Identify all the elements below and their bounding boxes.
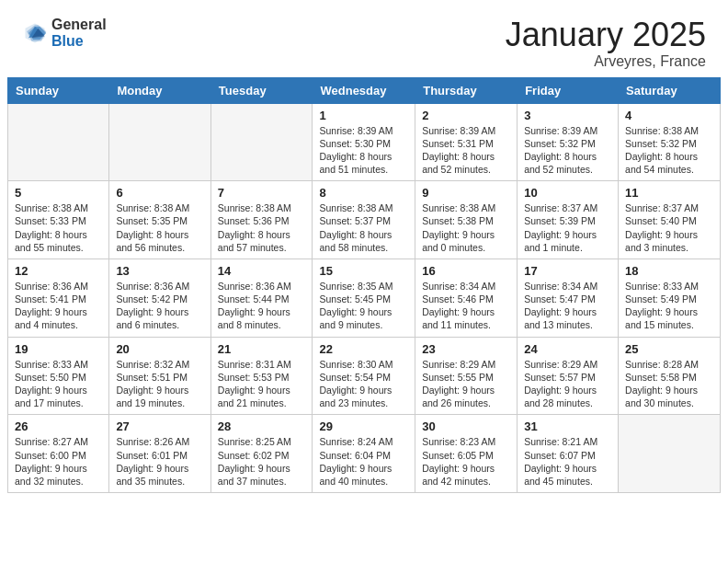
calendar-day-header: Tuesday: [210, 77, 313, 103]
day-number: 22: [319, 342, 408, 356]
header: General Blue January 2025 Arveyres, Fran…: [0, 0, 728, 77]
calendar-day-header: Saturday: [619, 77, 721, 103]
day-number: 24: [524, 342, 611, 356]
day-info: Sunrise: 8:23 AM Sunset: 6:05 PM Dayligh…: [422, 435, 510, 488]
day-info: Sunrise: 8:38 AM Sunset: 5:36 PM Dayligh…: [218, 201, 306, 254]
day-number: 12: [15, 264, 102, 278]
day-number: 2: [422, 109, 510, 122]
calendar-day-header: Friday: [518, 77, 619, 103]
day-info: Sunrise: 8:39 AM Sunset: 5:31 PM Dayligh…: [422, 124, 510, 177]
day-info: Sunrise: 8:36 AM Sunset: 5:42 PM Dayligh…: [116, 280, 203, 332]
calendar-day-cell: 16Sunrise: 8:34 AM Sunset: 5:46 PM Dayli…: [415, 259, 518, 337]
day-number: 16: [422, 264, 510, 278]
day-info: Sunrise: 8:25 AM Sunset: 6:02 PM Dayligh…: [218, 435, 306, 488]
day-info: Sunrise: 8:38 AM Sunset: 5:38 PM Dayligh…: [422, 201, 510, 254]
day-number: 8: [319, 186, 408, 200]
logo-icon: [22, 20, 48, 46]
day-number: 4: [625, 109, 713, 122]
day-info: Sunrise: 8:34 AM Sunset: 5:46 PM Dayligh…: [422, 280, 510, 332]
calendar-day-cell: 11Sunrise: 8:37 AM Sunset: 5:40 PM Dayli…: [619, 181, 721, 259]
day-info: Sunrise: 8:37 AM Sunset: 5:40 PM Dayligh…: [625, 201, 713, 254]
day-number: 9: [422, 186, 510, 200]
day-number: 26: [15, 419, 102, 433]
calendar-wrap: SundayMondayTuesdayWednesdayThursdayFrid…: [0, 77, 728, 500]
day-number: 1: [319, 109, 408, 122]
calendar-day-cell: 14Sunrise: 8:36 AM Sunset: 5:44 PM Dayli…: [210, 259, 313, 337]
day-number: 7: [218, 186, 306, 200]
day-number: 28: [218, 419, 306, 433]
day-number: 14: [218, 264, 306, 278]
calendar-day-cell: 25Sunrise: 8:28 AM Sunset: 5:58 PM Dayli…: [619, 337, 721, 415]
day-info: Sunrise: 8:29 AM Sunset: 5:55 PM Dayligh…: [422, 358, 510, 410]
title-block: January 2025 Arveyres, France: [506, 17, 706, 70]
day-info: Sunrise: 8:36 AM Sunset: 5:44 PM Dayligh…: [218, 280, 306, 332]
day-number: 25: [625, 342, 713, 356]
day-number: 18: [625, 264, 713, 278]
day-number: 27: [116, 419, 203, 433]
calendar-day-cell: 26Sunrise: 8:27 AM Sunset: 6:00 PM Dayli…: [8, 415, 109, 493]
calendar-week-row: 19Sunrise: 8:33 AM Sunset: 5:50 PM Dayli…: [8, 337, 721, 415]
calendar-day-header: Wednesday: [313, 77, 415, 103]
day-info: Sunrise: 8:28 AM Sunset: 5:58 PM Dayligh…: [625, 358, 713, 410]
day-info: Sunrise: 8:27 AM Sunset: 6:00 PM Dayligh…: [15, 435, 102, 488]
calendar-day-cell: 23Sunrise: 8:29 AM Sunset: 5:55 PM Dayli…: [415, 337, 518, 415]
logo-blue-text: Blue: [51, 33, 107, 50]
calendar-day-cell: 30Sunrise: 8:23 AM Sunset: 6:05 PM Dayli…: [415, 415, 518, 493]
day-info: Sunrise: 8:33 AM Sunset: 5:50 PM Dayligh…: [15, 358, 102, 410]
day-info: Sunrise: 8:38 AM Sunset: 5:33 PM Dayligh…: [15, 201, 102, 254]
calendar-week-row: 1Sunrise: 8:39 AM Sunset: 5:30 PM Daylig…: [8, 103, 721, 181]
day-info: Sunrise: 8:39 AM Sunset: 5:30 PM Dayligh…: [319, 124, 408, 177]
calendar-table: SundayMondayTuesdayWednesdayThursdayFrid…: [7, 77, 721, 493]
calendar-day-cell: 19Sunrise: 8:33 AM Sunset: 5:50 PM Dayli…: [8, 337, 109, 415]
calendar-day-cell: 21Sunrise: 8:31 AM Sunset: 5:53 PM Dayli…: [210, 337, 313, 415]
calendar-day-cell: 27Sunrise: 8:26 AM Sunset: 6:01 PM Dayli…: [109, 415, 210, 493]
day-number: 13: [116, 264, 203, 278]
day-info: Sunrise: 8:34 AM Sunset: 5:47 PM Dayligh…: [524, 280, 611, 332]
day-info: Sunrise: 8:24 AM Sunset: 6:04 PM Dayligh…: [319, 435, 408, 488]
day-info: Sunrise: 8:37 AM Sunset: 5:39 PM Dayligh…: [524, 201, 611, 254]
day-number: 23: [422, 342, 510, 356]
calendar-week-row: 5Sunrise: 8:38 AM Sunset: 5:33 PM Daylig…: [8, 181, 721, 259]
calendar-day-cell: 17Sunrise: 8:34 AM Sunset: 5:47 PM Dayli…: [518, 259, 619, 337]
calendar-day-cell: [619, 415, 721, 493]
calendar-day-cell: 12Sunrise: 8:36 AM Sunset: 5:41 PM Dayli…: [8, 259, 109, 337]
day-info: Sunrise: 8:36 AM Sunset: 5:41 PM Dayligh…: [15, 280, 102, 332]
day-info: Sunrise: 8:38 AM Sunset: 5:37 PM Dayligh…: [319, 201, 408, 254]
day-number: 3: [524, 109, 611, 122]
day-number: 31: [524, 419, 611, 433]
calendar-week-row: 26Sunrise: 8:27 AM Sunset: 6:00 PM Dayli…: [8, 415, 721, 493]
calendar-day-cell: 15Sunrise: 8:35 AM Sunset: 5:45 PM Dayli…: [313, 259, 415, 337]
calendar-day-cell: 20Sunrise: 8:32 AM Sunset: 5:51 PM Dayli…: [109, 337, 210, 415]
day-number: 20: [116, 342, 203, 356]
calendar-day-cell: 10Sunrise: 8:37 AM Sunset: 5:39 PM Dayli…: [518, 181, 619, 259]
day-info: Sunrise: 8:38 AM Sunset: 5:35 PM Dayligh…: [116, 201, 203, 254]
calendar-day-cell: 2Sunrise: 8:39 AM Sunset: 5:31 PM Daylig…: [415, 103, 518, 181]
day-number: 11: [625, 186, 713, 200]
day-number: 10: [524, 186, 611, 200]
day-info: Sunrise: 8:39 AM Sunset: 5:32 PM Dayligh…: [524, 124, 611, 177]
calendar-day-cell: [8, 103, 109, 181]
day-number: 6: [116, 186, 203, 200]
day-number: 21: [218, 342, 306, 356]
calendar-day-header: Thursday: [415, 77, 518, 103]
day-info: Sunrise: 8:30 AM Sunset: 5:54 PM Dayligh…: [319, 358, 408, 410]
calendar-day-cell: 24Sunrise: 8:29 AM Sunset: 5:57 PM Dayli…: [518, 337, 619, 415]
day-info: Sunrise: 8:38 AM Sunset: 5:32 PM Dayligh…: [625, 124, 713, 177]
day-info: Sunrise: 8:35 AM Sunset: 5:45 PM Dayligh…: [319, 280, 408, 332]
calendar-day-cell: 6Sunrise: 8:38 AM Sunset: 5:35 PM Daylig…: [109, 181, 210, 259]
calendar-day-cell: [109, 103, 210, 181]
calendar-week-row: 12Sunrise: 8:36 AM Sunset: 5:41 PM Dayli…: [8, 259, 721, 337]
day-info: Sunrise: 8:32 AM Sunset: 5:51 PM Dayligh…: [116, 358, 203, 410]
calendar-day-cell: 7Sunrise: 8:38 AM Sunset: 5:36 PM Daylig…: [210, 181, 313, 259]
day-number: 17: [524, 264, 611, 278]
calendar-day-cell: 18Sunrise: 8:33 AM Sunset: 5:49 PM Dayli…: [619, 259, 721, 337]
logo-general-text: General: [51, 17, 107, 33]
calendar-day-cell: [210, 103, 313, 181]
calendar-day-header: Monday: [109, 77, 210, 103]
calendar-day-cell: 3Sunrise: 8:39 AM Sunset: 5:32 PM Daylig…: [518, 103, 619, 181]
calendar-day-cell: 1Sunrise: 8:39 AM Sunset: 5:30 PM Daylig…: [313, 103, 415, 181]
day-info: Sunrise: 8:31 AM Sunset: 5:53 PM Dayligh…: [218, 358, 306, 410]
day-info: Sunrise: 8:29 AM Sunset: 5:57 PM Dayligh…: [524, 358, 611, 410]
calendar-day-cell: 5Sunrise: 8:38 AM Sunset: 5:33 PM Daylig…: [8, 181, 109, 259]
logo: General Blue: [22, 17, 107, 49]
